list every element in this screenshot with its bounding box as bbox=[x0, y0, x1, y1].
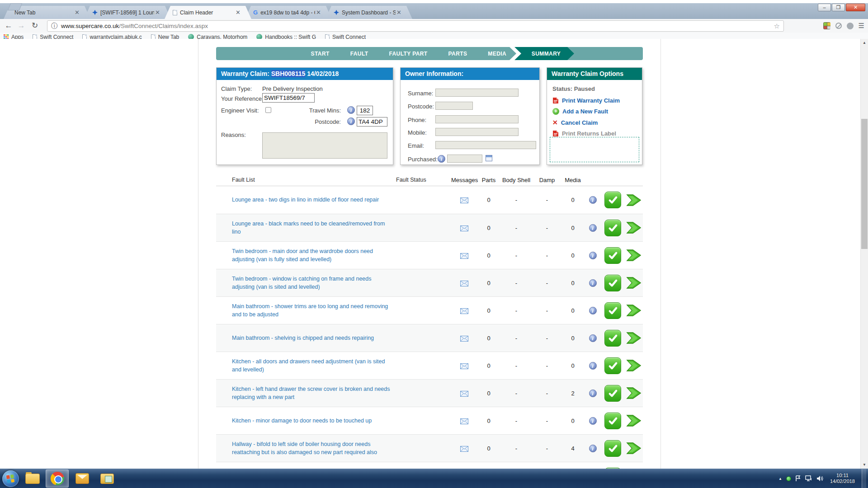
open-fault-arrow-button[interactable] bbox=[626, 219, 642, 236]
fault-description-link[interactable]: Kitchen - minor damage to door needs to … bbox=[216, 417, 390, 425]
claim-postcode-info-icon[interactable]: i bbox=[347, 117, 355, 125]
option-link-print-warranty-claim[interactable]: Print Warranty Claim bbox=[552, 97, 642, 104]
fault-description-link[interactable]: Twin bedroom - window is catching on fra… bbox=[216, 275, 390, 291]
back-button[interactable]: ← bbox=[3, 20, 14, 32]
envelope-icon[interactable] bbox=[460, 253, 468, 259]
your-reference-input[interactable] bbox=[262, 93, 315, 103]
wizard-step-summary[interactable]: SUMMARY bbox=[514, 47, 574, 60]
show-desktop-button[interactable] bbox=[862, 469, 866, 488]
reasons-textarea[interactable] bbox=[262, 132, 387, 159]
complete-check-button[interactable] bbox=[604, 357, 621, 374]
page-scrollbar[interactable]: ▲ ▼ bbox=[860, 39, 868, 469]
maximize-button[interactable]: ❐ bbox=[832, 4, 845, 11]
minimize-button[interactable]: – bbox=[818, 4, 831, 11]
open-fault-arrow-button[interactable] bbox=[626, 412, 642, 429]
travel-mins-input[interactable] bbox=[357, 106, 373, 115]
complete-check-button[interactable] bbox=[604, 302, 621, 319]
close-button[interactable]: ✕ bbox=[846, 4, 865, 11]
browser-tab[interactable]: Gex19 8dw to ta4 4dp - Go✕ bbox=[245, 6, 332, 19]
wizard-step-fault[interactable]: FAULT bbox=[350, 51, 368, 57]
tab-close-icon[interactable]: ✕ bbox=[235, 9, 241, 16]
purchased-info-icon[interactable]: i bbox=[438, 155, 445, 163]
tray-status-icon[interactable] bbox=[786, 476, 791, 481]
taskbar-chrome-button[interactable] bbox=[46, 469, 69, 488]
open-fault-arrow-button[interactable] bbox=[626, 247, 642, 264]
complete-check-button[interactable] bbox=[604, 440, 621, 457]
owner-field-input[interactable] bbox=[435, 141, 536, 149]
forward-button[interactable]: → bbox=[15, 20, 27, 32]
tray-flag-icon[interactable] bbox=[795, 475, 801, 482]
complete-check-button[interactable] bbox=[604, 247, 621, 264]
browser-tab[interactable]: System Dashboard - Surf✕ bbox=[326, 6, 412, 19]
claim-postcode-input[interactable] bbox=[357, 117, 387, 127]
envelope-icon[interactable] bbox=[460, 197, 468, 203]
info-icon[interactable]: i bbox=[589, 279, 597, 287]
fault-description-link[interactable]: Lounge area - black marks need to be cle… bbox=[216, 220, 390, 236]
open-fault-arrow-button[interactable] bbox=[626, 329, 642, 347]
tab-close-icon[interactable]: ✕ bbox=[154, 9, 161, 16]
browser-tab[interactable]: Claim Header✕ bbox=[165, 6, 251, 19]
info-icon[interactable]: i bbox=[589, 445, 597, 452]
envelope-icon[interactable] bbox=[460, 363, 468, 369]
info-icon[interactable]: i bbox=[589, 252, 597, 259]
taskbar-app-button[interactable] bbox=[95, 469, 118, 488]
info-icon[interactable]: i bbox=[589, 362, 597, 370]
complete-check-button[interactable] bbox=[604, 385, 621, 402]
info-icon[interactable]: i bbox=[589, 224, 597, 232]
info-icon[interactable]: i bbox=[589, 389, 597, 397]
tray-expand-icon[interactable]: ▲ bbox=[778, 477, 782, 481]
owner-field-input[interactable] bbox=[435, 102, 473, 110]
extension-icon-2[interactable] bbox=[835, 23, 842, 29]
owner-field-input[interactable] bbox=[435, 115, 519, 123]
taskbar-mail-button[interactable] bbox=[71, 469, 94, 488]
envelope-icon[interactable] bbox=[460, 336, 468, 342]
info-icon[interactable]: i bbox=[589, 334, 597, 342]
envelope-icon[interactable] bbox=[460, 281, 468, 286]
fault-description-link[interactable]: Lounge area - two digs in lino in middle… bbox=[216, 196, 390, 204]
fault-description-link[interactable]: Kitchen - all doors and drawers need adj… bbox=[216, 357, 390, 374]
scrollbar-down-arrow[interactable]: ▼ bbox=[861, 461, 868, 469]
network-icon[interactable] bbox=[805, 475, 812, 482]
wizard-step-media[interactable]: MEDIA bbox=[488, 51, 506, 57]
address-bar[interactable]: ⓘ www.supercare.co.uk /SwiftConnect/Clai… bbox=[47, 20, 784, 32]
open-fault-arrow-button[interactable] bbox=[626, 192, 642, 209]
bookmark-star-icon[interactable]: ☆ bbox=[774, 22, 780, 30]
envelope-icon[interactable] bbox=[460, 446, 468, 452]
fault-description-link[interactable]: Hallway - bifold to left side of boiler … bbox=[216, 440, 390, 456]
refresh-button[interactable]: ↻ bbox=[29, 20, 41, 32]
fault-description-link[interactable]: Kitchen - left hand drawer the screw cov… bbox=[216, 385, 390, 401]
page-info-icon[interactable]: ⓘ bbox=[51, 22, 57, 30]
speaker-icon[interactable] bbox=[816, 475, 823, 482]
wizard-step-parts[interactable]: PARTS bbox=[448, 51, 467, 57]
info-icon[interactable]: i bbox=[589, 196, 597, 204]
fault-description-link[interactable]: Main bathroom - shower trims are too lon… bbox=[216, 302, 390, 319]
scrollbar-up-arrow[interactable]: ▲ bbox=[861, 39, 868, 47]
option-link-cancel-claim[interactable]: ✕Cancel Claim bbox=[552, 119, 642, 126]
info-icon[interactable]: i bbox=[589, 417, 597, 425]
option-link-add-a-new-fault[interactable]: +Add a New Fault bbox=[552, 108, 642, 115]
open-fault-arrow-button[interactable] bbox=[626, 302, 642, 319]
tab-close-icon[interactable]: ✕ bbox=[315, 9, 322, 16]
browser-tab[interactable]: [SWIFT-18569] 1 Lounge✕ bbox=[84, 6, 171, 19]
wizard-step-faulty-part[interactable]: FAULTY PART bbox=[389, 51, 427, 57]
owner-field-input[interactable] bbox=[447, 155, 482, 163]
complete-check-button[interactable] bbox=[604, 220, 621, 236]
complete-check-button[interactable] bbox=[604, 330, 621, 347]
taskbar-clock[interactable]: 10:11 14/02/2018 bbox=[827, 473, 858, 484]
owner-field-input[interactable] bbox=[435, 89, 519, 97]
extension-icon-3[interactable] bbox=[847, 23, 854, 29]
envelope-icon[interactable] bbox=[460, 225, 468, 231]
browser-menu-icon[interactable]: ☰ bbox=[859, 22, 864, 30]
owner-field-input[interactable] bbox=[435, 128, 519, 136]
open-fault-arrow-button[interactable] bbox=[626, 385, 642, 402]
envelope-icon[interactable] bbox=[460, 418, 468, 424]
envelope-icon[interactable] bbox=[460, 391, 468, 397]
tab-close-icon[interactable]: ✕ bbox=[74, 9, 80, 16]
wizard-step-start[interactable]: START bbox=[311, 51, 330, 57]
open-fault-arrow-button[interactable] bbox=[626, 357, 642, 374]
engineer-visit-checkbox[interactable] bbox=[265, 107, 271, 113]
open-fault-arrow-button[interactable] bbox=[626, 440, 642, 457]
fault-description-link[interactable]: Main bathroom - shelving is chipped and … bbox=[216, 334, 390, 342]
travel-mins-info-icon[interactable]: i bbox=[347, 106, 355, 114]
tab-close-icon[interactable]: ✕ bbox=[396, 9, 402, 16]
